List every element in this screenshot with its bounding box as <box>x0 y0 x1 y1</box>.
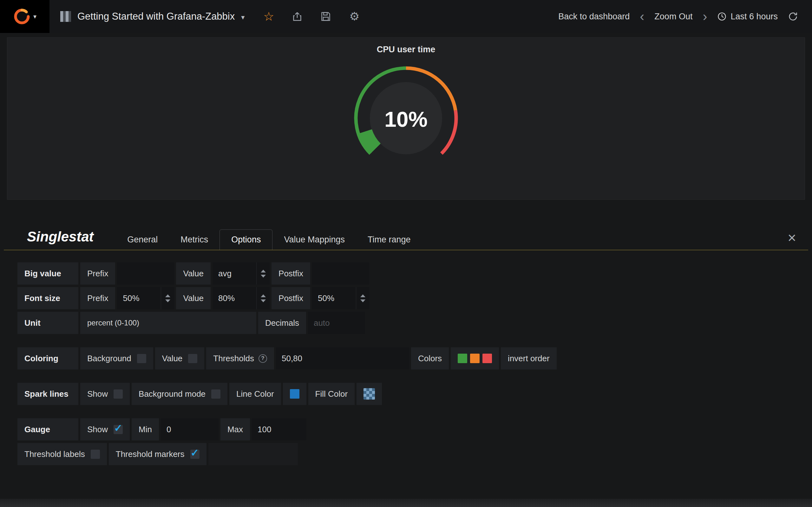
checkbox-unchecked-icon[interactable] <box>137 354 146 363</box>
spinner-icon[interactable] <box>256 287 270 309</box>
coloring-value-toggle[interactable]: Value <box>155 347 205 370</box>
postfix-size-selected: 50% <box>312 287 356 309</box>
share-icon[interactable] <box>291 10 304 23</box>
background-label: Background <box>87 354 131 363</box>
value-size-select[interactable]: 80% <box>212 287 270 309</box>
gear-icon[interactable]: ⚙ <box>348 10 361 23</box>
singlestat-panel: CPU user time 10% <box>7 38 805 200</box>
coloring-group: Coloring Background Value Thresholds Col… <box>0 347 812 370</box>
postfix-label: Postfix <box>271 287 310 309</box>
spark-show-toggle[interactable]: Show <box>80 383 130 405</box>
background-mode-toggle[interactable]: Background mode <box>132 383 227 405</box>
checkbox-unchecked-icon[interactable] <box>188 354 197 363</box>
gauge-row: Gauge Show Min Max <box>17 418 812 441</box>
chevron-down-icon: ▾ <box>33 13 37 20</box>
panel-title[interactable]: CPU user time <box>7 38 805 55</box>
min-label: Min <box>132 418 159 441</box>
postfix-size-select[interactable]: 50% <box>312 287 369 309</box>
tab-value-mappings[interactable]: Value Mappings <box>272 229 356 250</box>
time-picker-button[interactable]: Last 6 hours <box>717 12 778 21</box>
prefix-size-selected: 50% <box>117 287 161 309</box>
threshold-labels-toggle[interactable]: Threshold labels <box>17 443 107 465</box>
threshold-color-swatches <box>451 347 499 370</box>
spinner-icon[interactable] <box>356 287 369 309</box>
threshold-markers-toggle[interactable]: Threshold markers <box>109 443 206 465</box>
refresh-icon[interactable] <box>786 10 799 23</box>
gauge-group: Gauge Show Min Max Threshold labels Thre… <box>0 418 812 465</box>
tab-time-range[interactable]: Time range <box>356 229 422 250</box>
options-form: Big value Prefix Value avg Postfix Font … <box>0 262 812 465</box>
spinner-icon[interactable] <box>161 287 174 309</box>
value-stat-select[interactable]: avg <box>212 262 270 285</box>
chevron-right-icon[interactable]: › <box>701 11 708 22</box>
prefix-size-select[interactable]: 50% <box>117 287 174 309</box>
dashboard-title: Getting Started with Grafana-Zabbix <box>78 11 235 22</box>
checkbox-unchecked-icon[interactable] <box>91 450 100 459</box>
spark-lines-group: Spark lines Show Background mode Line Co… <box>0 383 812 405</box>
max-label: Max <box>220 418 250 441</box>
navbar-right: Back to dashboard ‹ Zoom Out › Last 6 ho… <box>558 10 812 23</box>
orange-color-swatch[interactable] <box>470 354 479 363</box>
time-range-label: Last 6 hours <box>730 12 778 21</box>
value-label: Value <box>162 354 183 363</box>
big-value-postfix-input[interactable] <box>312 262 369 285</box>
gauge-show-toggle[interactable]: Show <box>80 418 130 441</box>
threshold-options-row: Threshold labels Threshold markers <box>17 443 812 465</box>
decimals-input[interactable] <box>308 312 365 334</box>
invert-order-link[interactable]: invert order <box>501 347 557 370</box>
colors-label: Colors <box>411 347 449 370</box>
save-icon[interactable] <box>319 10 332 23</box>
close-icon[interactable]: × <box>788 233 796 243</box>
checkbox-unchecked-icon[interactable] <box>113 389 123 399</box>
tab-options[interactable]: Options <box>219 229 272 250</box>
back-to-dashboard-link[interactable]: Back to dashboard <box>558 12 629 21</box>
top-navbar: ▾ Getting Started with Grafana-Zabbix ▾ … <box>0 0 812 33</box>
show-label: Show <box>87 389 108 399</box>
grafana-logo-menu[interactable]: ▾ <box>0 0 49 33</box>
background-mode-label: Background mode <box>139 389 206 399</box>
thresholds-input[interactable] <box>276 347 409 370</box>
font-size-label: Font size <box>17 287 78 309</box>
big-value-label: Big value <box>17 262 78 285</box>
big-value-prefix-input[interactable] <box>117 262 174 285</box>
bottom-edge-strip <box>0 499 812 507</box>
line-color-swatch[interactable] <box>290 389 299 399</box>
fill-color-cell <box>357 383 382 405</box>
dashboard-title-menu[interactable]: Getting Started with Grafana-Zabbix ▾ <box>49 0 255 33</box>
zoom-out-button[interactable]: Zoom Out <box>654 12 693 21</box>
spark-lines-row: Spark lines Show Background mode Line Co… <box>17 383 812 405</box>
red-color-swatch[interactable] <box>483 354 492 363</box>
fill-color-swatch[interactable] <box>363 388 375 400</box>
checkbox-checked-icon[interactable] <box>190 450 200 459</box>
coloring-row: Coloring Background Value Thresholds Col… <box>17 347 812 370</box>
threshold-markers-label: Threshold markers <box>116 449 185 459</box>
coloring-label: Coloring <box>17 347 78 370</box>
grafana-logo-icon <box>13 8 31 25</box>
spinner-icon[interactable] <box>256 262 270 285</box>
help-icon[interactable] <box>258 354 267 363</box>
value-options-group: Big value Prefix Value avg Postfix Font … <box>0 262 812 334</box>
value-label: Value <box>176 262 211 285</box>
postfix-label: Postfix <box>271 262 310 285</box>
green-color-swatch[interactable] <box>458 354 467 363</box>
prefix-label: Prefix <box>80 262 115 285</box>
prefix-label: Prefix <box>80 287 115 309</box>
tab-metrics[interactable]: Metrics <box>169 229 219 250</box>
gauge-value-text: 10% <box>385 107 427 131</box>
gauge-max-input[interactable] <box>252 418 306 441</box>
chevron-down-icon: ▾ <box>241 13 245 21</box>
checkbox-checked-icon[interactable] <box>113 425 123 434</box>
coloring-background-toggle[interactable]: Background <box>80 347 153 370</box>
show-label: Show <box>87 425 108 435</box>
value-size-selected: 80% <box>212 287 256 309</box>
unit-select[interactable]: percent (0-100) <box>80 312 256 334</box>
tab-general[interactable]: General <box>116 229 169 250</box>
checkbox-unchecked-icon[interactable] <box>211 389 220 399</box>
gauge-min-input[interactable] <box>161 418 218 441</box>
chevron-left-icon[interactable]: ‹ <box>639 11 646 22</box>
gauge-threshold-red <box>442 110 456 153</box>
font-size-row: Font size Prefix 50% Value 80% Postfix 5… <box>17 287 812 309</box>
star-icon[interactable]: ☆ <box>262 10 275 23</box>
decimals-label: Decimals <box>258 312 306 334</box>
value-stat-selected: avg <box>212 262 256 285</box>
